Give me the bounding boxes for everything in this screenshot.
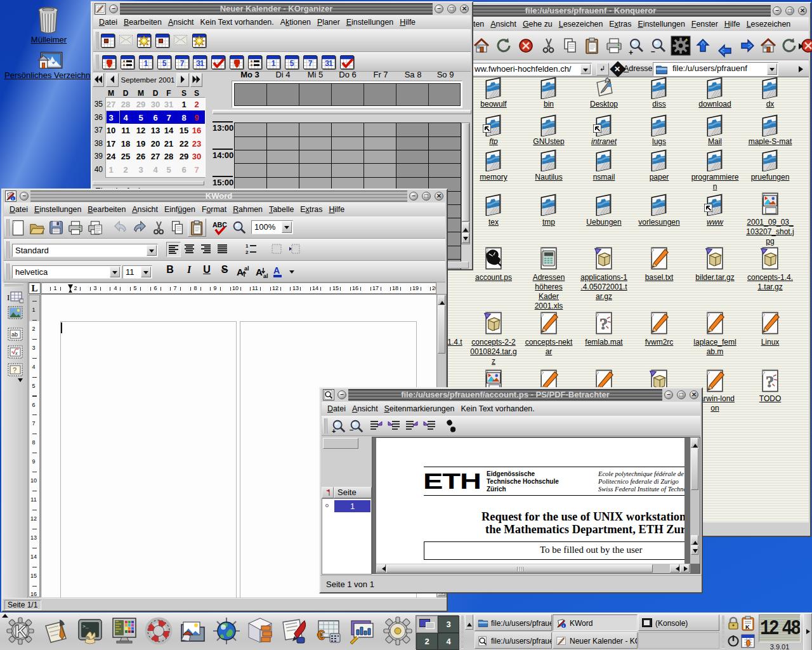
svg-text:al: al <box>263 273 268 279</box>
svg-text:I: I <box>7 293 10 302</box>
svg-text:>_: >_ <box>82 623 89 629</box>
svg-text:K: K <box>15 621 27 641</box>
svg-text:i: i <box>12 196 13 201</box>
svg-text:A: A <box>273 265 280 275</box>
svg-text:€: € <box>317 627 325 643</box>
svg-text:K: K <box>745 624 750 630</box>
svg-text:A: A <box>237 267 244 277</box>
svg-text:?: ? <box>13 366 16 374</box>
svg-text:ab: ab <box>11 331 18 338</box>
svg-text:A: A <box>256 267 263 277</box>
svg-text:x: x <box>15 350 18 356</box>
svg-text:al: al <box>244 265 249 272</box>
svg-text:ABC: ABC <box>213 221 227 229</box>
svg-text:1: 1 <box>246 243 249 249</box>
svg-text:2: 2 <box>246 249 249 255</box>
svg-text:i: i <box>563 623 564 628</box>
